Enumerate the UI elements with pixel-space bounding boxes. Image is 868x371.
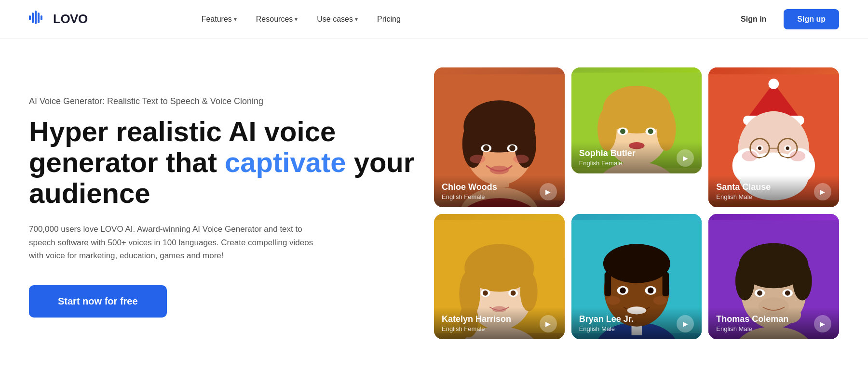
svg-rect-1: [32, 13, 34, 23]
svg-rect-73: [604, 272, 611, 296]
card-name-chloe: Chloe Woods: [442, 182, 497, 192]
nav-right: Sign in Sign up: [733, 9, 839, 29]
card-info-bryan: Bryan Lee Jr. English Male: [579, 314, 634, 332]
svg-point-30: [648, 129, 653, 134]
main-content: AI Voice Generator: Realistic Text to Sp…: [0, 39, 868, 371]
play-button-santa[interactable]: ▶: [814, 183, 831, 200]
svg-point-93: [757, 291, 762, 296]
svg-point-72: [603, 244, 670, 283]
card-overlay-katelyn: Katelyn Harrison English Female ▶: [434, 307, 565, 339]
navbar: LOVO Features ▾ Resources ▾ Use cases ▾ …: [0, 0, 868, 39]
nav-features[interactable]: Features ▾: [194, 11, 244, 27]
card-lang-chloe: English Female: [442, 193, 497, 200]
card-name-sophia: Sophia Butler: [579, 148, 636, 159]
play-button-bryan[interactable]: ▶: [677, 315, 694, 332]
voice-card-sophia[interactable]: Sophia Butler English Female ▶: [571, 67, 702, 173]
chevron-down-icon: ▾: [295, 16, 298, 23]
svg-point-32: [603, 135, 608, 139]
svg-point-16: [509, 145, 515, 151]
voice-card-santa[interactable]: Santa Clause English Male ▶: [708, 67, 839, 207]
svg-rect-4: [41, 15, 42, 20]
svg-point-48: [786, 146, 789, 150]
svg-point-50: [771, 157, 790, 166]
card-lang-sophia: English Female: [579, 159, 636, 167]
play-button-chloe[interactable]: ▶: [540, 183, 557, 200]
hero-subtitle: AI Voice Generator: Realistic Text to Sp…: [29, 96, 415, 106]
headline-highlight: captivate: [225, 146, 346, 178]
svg-point-91: [777, 249, 797, 268]
svg-point-51: [742, 151, 758, 161]
card-lang-katelyn: English Female: [442, 325, 511, 332]
card-info-thomas: Thomas Coleman English Male: [716, 314, 788, 332]
chevron-down-icon: ▾: [234, 16, 237, 23]
voice-grid: Chloe Woods English Female ▶: [415, 67, 839, 339]
signin-button[interactable]: Sign in: [733, 11, 774, 27]
chevron-down-icon: ▾: [355, 16, 358, 23]
svg-point-59: [520, 272, 538, 311]
card-info-chloe: Chloe Woods English Female: [442, 182, 497, 200]
nav-pricing[interactable]: Pricing: [369, 11, 408, 27]
card-overlay-santa: Santa Clause English Male ▶: [708, 175, 839, 207]
logo-text: LOVO: [53, 12, 88, 26]
voice-card-bryan[interactable]: Bryan Lee Jr. English Male ▶: [571, 214, 702, 339]
play-button-katelyn[interactable]: ▶: [540, 315, 557, 332]
card-overlay-chloe: Chloe Woods English Female ▶: [434, 175, 565, 207]
svg-point-46: [758, 146, 761, 150]
svg-point-18: [470, 155, 485, 163]
svg-rect-2: [35, 11, 37, 24]
svg-point-14: [483, 145, 489, 151]
nav-use-cases[interactable]: Use cases ▾: [309, 11, 366, 27]
svg-rect-0: [29, 15, 31, 20]
svg-point-28: [620, 129, 625, 134]
play-button-thomas[interactable]: ▶: [814, 315, 831, 332]
svg-point-19: [513, 155, 529, 163]
card-name-katelyn: Katelyn Harrison: [442, 314, 511, 324]
svg-point-62: [483, 291, 488, 296]
hero-headline: Hyper realistic AI voice generator that …: [29, 116, 415, 208]
card-lang-bryan: English Male: [579, 325, 634, 332]
card-name-thomas: Thomas Coleman: [716, 314, 788, 324]
svg-point-87: [735, 261, 755, 300]
svg-point-76: [620, 288, 626, 294]
card-info-katelyn: Katelyn Harrison English Female: [442, 314, 511, 332]
card-overlay-bryan: Bryan Lee Jr. English Male ▶: [571, 307, 702, 339]
svg-rect-74: [662, 272, 669, 296]
svg-rect-3: [38, 13, 40, 23]
signup-button[interactable]: Sign up: [784, 9, 839, 29]
cta-button[interactable]: Start now for free: [29, 285, 167, 318]
svg-point-95: [785, 291, 790, 296]
nav-resources[interactable]: Resources ▾: [248, 11, 305, 27]
card-info-sophia: Sophia Butler English Female: [579, 148, 636, 167]
svg-point-37: [769, 79, 779, 89]
voice-card-chloe[interactable]: Chloe Woods English Female ▶: [434, 67, 565, 207]
svg-point-64: [511, 291, 516, 296]
card-name-bryan: Bryan Lee Jr.: [579, 314, 634, 324]
svg-point-88: [793, 261, 812, 300]
svg-point-80: [606, 296, 620, 305]
logo[interactable]: LOVO: [29, 9, 88, 29]
card-lang-thomas: English Male: [716, 325, 788, 332]
hero-description: 700,000 users love LOVO AI. Award-winnin…: [29, 223, 328, 262]
card-overlay-thomas: Thomas Coleman English Male ▶: [708, 307, 839, 339]
hero-left: AI Voice Generator: Realistic Text to Sp…: [29, 67, 415, 318]
svg-point-52: [790, 151, 805, 161]
svg-point-81: [653, 296, 667, 305]
logo-icon: [29, 9, 48, 29]
voice-card-thomas[interactable]: Thomas Coleman English Male ▶: [708, 214, 839, 339]
svg-point-78: [648, 288, 654, 294]
card-name-santa: Santa Clause: [716, 182, 771, 192]
svg-point-17: [489, 166, 509, 174]
card-info-santa: Santa Clause English Male: [716, 182, 771, 200]
play-button-sophia[interactable]: ▶: [677, 149, 694, 167]
voice-card-katelyn[interactable]: Katelyn Harrison English Female ▶: [434, 214, 565, 339]
card-lang-santa: English Male: [716, 193, 771, 200]
svg-point-33: [665, 135, 670, 139]
nav-links: Features ▾ Resources ▾ Use cases ▾ Prici…: [194, 11, 408, 27]
card-overlay-sophia: Sophia Butler English Female ▶: [571, 142, 702, 173]
